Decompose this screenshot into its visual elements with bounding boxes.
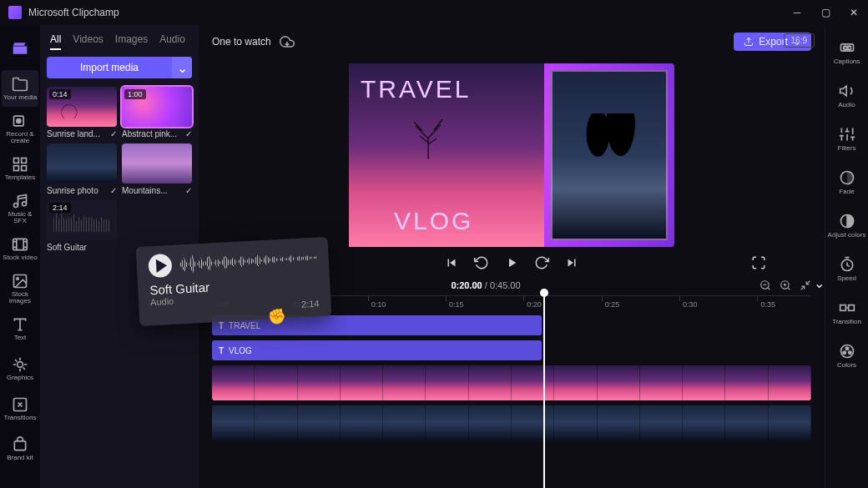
grab-cursor-icon: ✊ bbox=[267, 307, 286, 326]
svg-point-7 bbox=[23, 202, 27, 206]
maximize-button[interactable]: ▢ bbox=[820, 7, 831, 18]
skip-end-button[interactable] bbox=[564, 255, 579, 270]
play-button[interactable] bbox=[504, 255, 519, 270]
colors-tool[interactable]: Colors bbox=[827, 335, 867, 375]
preview-text-2: VLOG bbox=[394, 207, 473, 235]
nav-your-media[interactable]: Your media bbox=[2, 70, 38, 107]
waveform-icon bbox=[179, 246, 317, 277]
audio-drag-preview[interactable]: Soft Guitar Audio 2:14 ✊ bbox=[136, 237, 332, 326]
svg-rect-22 bbox=[848, 304, 854, 310]
audio-tool[interactable]: Audio bbox=[827, 75, 867, 115]
skip-start-button[interactable] bbox=[444, 255, 459, 270]
record-create-icon bbox=[12, 113, 28, 129]
media-card[interactable]: 0:14Sunrise land...✓ bbox=[47, 87, 117, 138]
text-icon bbox=[12, 316, 28, 333]
aspect-ratio-selector[interactable]: 16:9 bbox=[784, 33, 815, 48]
check-icon: ✓ bbox=[110, 129, 117, 138]
svg-point-11 bbox=[18, 362, 23, 368]
minimize-button[interactable]: ─ bbox=[791, 7, 803, 18]
svg-rect-21 bbox=[840, 304, 845, 310]
right-tools: CCCaptionsAudioFiltersFadeAdjust colorsS… bbox=[825, 25, 868, 488]
nav-record-create[interactable]: Record & create bbox=[2, 110, 38, 147]
media-card[interactable]: Sunrise photo✓ bbox=[47, 143, 117, 195]
svg-rect-5 bbox=[22, 166, 27, 171]
float-duration: 2:14 bbox=[301, 299, 320, 309]
current-time: 0:20.00 bbox=[451, 280, 482, 290]
playhead[interactable] bbox=[543, 292, 545, 488]
fit-button[interactable] bbox=[800, 279, 811, 292]
filters-tool[interactable]: Filters bbox=[827, 118, 867, 158]
svg-rect-4 bbox=[14, 166, 19, 171]
svg-point-24 bbox=[845, 347, 848, 350]
check-icon: ✓ bbox=[185, 186, 192, 195]
tab-videos[interactable]: Videos bbox=[73, 33, 103, 50]
video-track-2[interactable] bbox=[212, 405, 811, 440]
total-time: 0:45.00 bbox=[490, 280, 521, 290]
check-icon: ✓ bbox=[110, 186, 117, 195]
speed-tool[interactable]: Speed bbox=[827, 249, 867, 289]
zoom-in-button[interactable] bbox=[780, 279, 791, 292]
media-thumb bbox=[47, 143, 117, 184]
media-thumb bbox=[122, 143, 192, 184]
forward-button[interactable] bbox=[534, 255, 549, 270]
app-logo-icon bbox=[8, 6, 22, 19]
media-thumb: 1:00 bbox=[122, 87, 192, 127]
tab-images[interactable]: Images bbox=[115, 33, 148, 50]
stock-video-icon bbox=[12, 236, 28, 253]
your-media-icon bbox=[12, 76, 28, 93]
video-track-1[interactable] bbox=[212, 365, 811, 400]
svg-point-26 bbox=[848, 351, 850, 354]
media-card[interactable]: Mountains...✓ bbox=[122, 143, 192, 195]
titlebar: Microsoft Clipchamp ─ ▢ ✕ bbox=[0, 0, 868, 25]
preview-inset-image bbox=[551, 70, 668, 240]
chevron-down-icon[interactable]: ⌄ bbox=[814, 275, 825, 291]
svg-point-1 bbox=[17, 119, 21, 123]
svg-rect-2 bbox=[14, 158, 19, 164]
preview-canvas[interactable]: TRAVEL VLOG bbox=[349, 63, 674, 247]
nav-graphics[interactable]: Graphics bbox=[2, 350, 38, 387]
transition-tool[interactable]: Transition bbox=[827, 292, 867, 332]
svg-rect-13 bbox=[14, 441, 25, 450]
timeline[interactable]: ⌄ 0:000:050:100:150:200:250:300:35 TTRAV… bbox=[199, 292, 825, 488]
close-button[interactable]: ✕ bbox=[848, 7, 860, 18]
play-icon[interactable] bbox=[148, 254, 172, 278]
chevron-down-icon[interactable]: ⌄ bbox=[172, 57, 192, 78]
media-thumb: 2:14 bbox=[47, 200, 117, 240]
nav-stock-video[interactable]: Stock video bbox=[2, 230, 38, 267]
nav-stock-images[interactable]: Stock images bbox=[2, 270, 38, 307]
nav-text[interactable]: Text bbox=[2, 310, 38, 347]
graphics-icon bbox=[12, 356, 28, 373]
nav-clapper-icon[interactable] bbox=[2, 30, 38, 67]
media-thumb: 0:14 bbox=[47, 87, 117, 127]
templates-icon bbox=[12, 156, 28, 173]
svg-rect-3 bbox=[22, 158, 27, 164]
tab-all[interactable]: All bbox=[50, 33, 61, 50]
stock-images-icon bbox=[12, 273, 28, 289]
fade-tool[interactable]: Fade bbox=[827, 162, 867, 202]
captions-tool[interactable]: CCCaptions bbox=[827, 32, 867, 72]
nav-music-sfx[interactable]: Music & SFX bbox=[2, 190, 38, 227]
adjust-colors-tool[interactable]: Adjust colors bbox=[827, 205, 867, 245]
nav-templates[interactable]: Templates bbox=[2, 150, 38, 187]
transitions-icon bbox=[12, 396, 28, 413]
svg-rect-8 bbox=[13, 239, 28, 249]
tab-audio[interactable]: Audio bbox=[159, 33, 185, 50]
nav-transitions[interactable]: Transitions bbox=[2, 390, 38, 427]
project-name[interactable]: One to watch bbox=[212, 36, 271, 48]
media-tabs: AllVideosImagesAudio bbox=[47, 30, 192, 57]
import-media-button[interactable]: Import media ⌄ bbox=[47, 57, 192, 78]
media-card[interactable]: 2:14Soft Guitar bbox=[47, 200, 117, 252]
left-nav: Your mediaRecord & createTemplatesMusic … bbox=[0, 25, 40, 488]
cloud-sync-icon[interactable] bbox=[280, 34, 295, 49]
svg-point-25 bbox=[843, 351, 845, 354]
text-track-2[interactable]: TVLOG bbox=[212, 340, 542, 360]
app-title: Microsoft Clipchamp bbox=[28, 7, 119, 18]
svg-point-10 bbox=[17, 278, 18, 280]
svg-point-6 bbox=[14, 204, 18, 208]
zoom-out-button[interactable] bbox=[760, 279, 771, 292]
nav-brand-kit[interactable]: Brand kit bbox=[2, 430, 38, 467]
media-card[interactable]: 1:00Abstract pink...✓ bbox=[122, 87, 192, 138]
svg-text:CC: CC bbox=[843, 44, 851, 50]
rewind-button[interactable] bbox=[474, 255, 489, 270]
fullscreen-button[interactable] bbox=[751, 255, 766, 270]
